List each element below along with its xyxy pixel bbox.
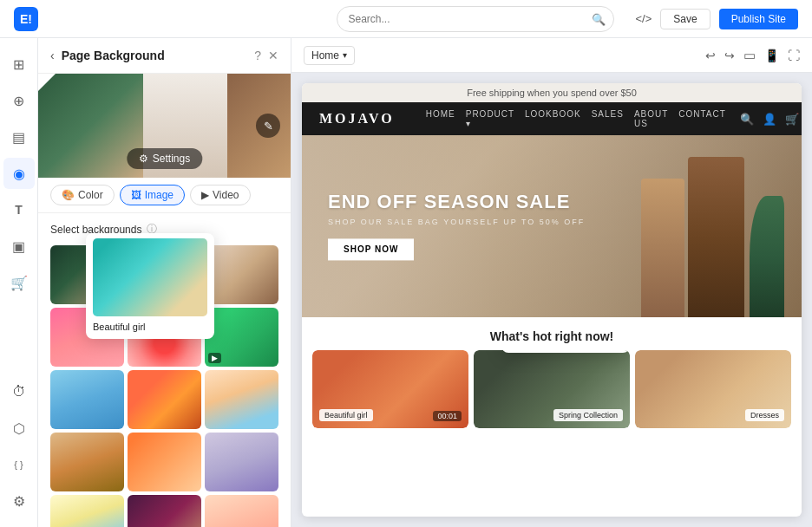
panel-header: ‹ Page Background ? ✕	[38, 38, 291, 74]
sidebar-item-dev[interactable]: { }	[3, 449, 35, 480]
bg-thumb-6[interactable]: ▶	[205, 308, 278, 367]
product-duration-1: 00:01	[433, 411, 462, 421]
page-selector[interactable]: Home ▾	[304, 46, 355, 65]
site-section-title: What's hot right now!	[302, 317, 802, 350]
shop-now-button[interactable]: SHOP NOW	[328, 239, 414, 261]
panel: ‹ Page Background ? ✕ ⚙ Settings ✎ 🎨	[38, 38, 291, 527]
bg-thumb-15[interactable]: ▶	[205, 495, 278, 527]
bg-thumb-12[interactable]	[205, 433, 278, 491]
site-nav-icons: 🔍 👤 🛒	[740, 113, 799, 126]
nav-contact[interactable]: CONTACT	[678, 109, 726, 128]
product-card-1[interactable]: Beautiful girl 00:01	[312, 350, 468, 428]
hero-figure-1	[641, 179, 684, 317]
top-bar-actions: </> Save Publish Site	[635, 9, 798, 29]
nav-cart-icon[interactable]: 🛒	[785, 113, 799, 126]
nav-account-icon[interactable]: 👤	[763, 113, 776, 126]
desktop-view-button[interactable]: ▭	[743, 48, 756, 63]
image-icon: 🖼	[131, 189, 141, 201]
nav-sales[interactable]: SALES	[592, 109, 624, 128]
tab-color[interactable]: 🎨 Color	[50, 185, 115, 205]
search-container: 🔍	[337, 6, 614, 32]
tab-image-label: Image	[145, 189, 174, 201]
preview-area: ⚙ Settings ✎	[38, 74, 291, 178]
hero-title: END OFF SEASON SALE	[328, 192, 585, 212]
code-icon[interactable]: </>	[635, 12, 652, 25]
site-banner: Free shipping when you spend over $50	[302, 83, 802, 102]
bg-thumb-10[interactable]	[50, 433, 124, 491]
sidebar-item-media[interactable]: ▣	[3, 231, 35, 262]
app-logo: E!	[14, 7, 38, 31]
sidebar-item-pages[interactable]: ⊞	[3, 49, 35, 80]
bg-thumb-13[interactable]	[50, 495, 124, 527]
bg-tooltip: Beautiful girl	[86, 233, 214, 339]
hero-plant	[750, 196, 784, 317]
top-bar: E! 🔍 </> Save Publish Site	[0, 0, 812, 38]
undo-button[interactable]: ↩	[705, 49, 716, 62]
sidebar-item-history[interactable]: ⏱	[3, 376, 35, 407]
nav-lookbook[interactable]: LOOKBOOK	[525, 109, 581, 128]
canvas-toolbar: Home ▾ ↩ ↪ ▭ 📱 ⛶	[291, 38, 812, 73]
site-hero: END OFF SEASON SALE SHOP OUR SALE BAG YO…	[302, 135, 802, 317]
nav-about[interactable]: ABOUT US	[634, 109, 668, 128]
search-icon: 🔍	[592, 12, 606, 25]
hero-figures	[641, 135, 784, 317]
panel-close-icon[interactable]: ✕	[268, 49, 278, 62]
tab-color-label: Color	[78, 189, 103, 201]
site-nav-links: HOME PRODUCT ▾ LOOKBOOK SALES ABOUT US C…	[426, 109, 726, 128]
product-label-2: Spring Collection	[553, 409, 623, 421]
search-input[interactable]	[337, 6, 614, 32]
settings-label: Settings	[153, 153, 190, 165]
canvas-tools: ↩ ↪ ▭ 📱 ⛶	[705, 48, 800, 63]
sidebar-item-text[interactable]: T	[3, 194, 35, 225]
sidebar-item-app-market[interactable]: ⬡	[3, 413, 35, 444]
bg-thumb-14[interactable]	[128, 495, 201, 527]
sidebar-item-settings[interactable]: ⚙	[3, 485, 35, 517]
settings-button[interactable]: ⚙ Settings	[127, 148, 202, 169]
bg-grid-wrapper: Beautiful girl ▶ ▶	[38, 242, 291, 527]
site-logo: MOJAVO	[319, 111, 395, 127]
redo-button[interactable]: ↪	[724, 49, 735, 62]
page-name: Home	[311, 49, 339, 62]
bg-thumb-11[interactable]	[128, 433, 201, 491]
sidebar-item-sections[interactable]: ▤	[3, 121, 35, 153]
sidebar-item-store[interactable]: 🛒	[3, 267, 35, 298]
main-layout: ⊞ ⊕ ▤ ◉ T ▣ 🛒 ⏱ ⬡ { } ⚙ ‹ Page Backgroun…	[0, 38, 812, 527]
site-nav: MOJAVO HOME PRODUCT ▾ LOOKBOOK SALES ABO…	[302, 102, 802, 135]
bg-thumb-9[interactable]	[205, 370, 278, 429]
canvas-tooltip: Spring Collection	[501, 350, 630, 353]
product-card-3[interactable]: Dresses	[635, 350, 791, 428]
expand-button[interactable]: ⛶	[788, 49, 800, 62]
sidebar-item-elements[interactable]: ⊕	[3, 85, 35, 116]
tooltip-label: Beautiful girl	[93, 322, 207, 332]
panel-title: Page Background	[62, 49, 248, 62]
website-preview: Free shipping when you spend over $50 MO…	[302, 83, 802, 517]
nav-home[interactable]: HOME	[426, 109, 455, 128]
hero-content: END OFF SEASON SALE SHOP OUR SALE BAG YO…	[328, 192, 585, 260]
sidebar-item-backgrounds[interactable]: ◉	[3, 158, 35, 189]
hero-subtitle: SHOP OUR SALE BAG YOURSELF UP TO 50% OFF	[328, 218, 585, 227]
video-badge-6: ▶	[208, 353, 221, 363]
bg-thumb-7[interactable]	[50, 370, 124, 429]
panel-info-icon[interactable]: ?	[254, 49, 261, 62]
tab-image[interactable]: 🖼 Image	[120, 185, 185, 205]
edit-icon-button[interactable]: ✎	[256, 114, 280, 138]
tab-bar: 🎨 Color 🖼 Image ▶ Video	[38, 178, 291, 213]
bg-thumb-8[interactable]	[128, 370, 201, 429]
product-card-2[interactable]: Spring Collection Spring Collection	[474, 350, 630, 428]
tablet-view-button[interactable]: 📱	[764, 49, 779, 62]
publish-button[interactable]: Publish Site	[719, 9, 798, 29]
tooltip-thumbnail	[93, 238, 207, 316]
product-label-1: Beautiful girl	[319, 409, 373, 421]
bg-thumb-3[interactable]	[205, 245, 278, 304]
nav-search-icon[interactable]: 🔍	[740, 113, 754, 126]
icon-sidebar: ⊞ ⊕ ▤ ◉ T ▣ 🛒 ⏱ ⬡ { } ⚙	[0, 38, 38, 527]
color-icon: 🎨	[62, 189, 75, 201]
canvas-area: Home ▾ ↩ ↪ ▭ 📱 ⛶ Free shipping when you …	[291, 38, 812, 527]
hero-figure-2	[688, 157, 744, 317]
panel-back-button[interactable]: ‹	[50, 49, 55, 62]
nav-product[interactable]: PRODUCT ▾	[466, 109, 514, 128]
save-button[interactable]: Save	[660, 9, 710, 29]
settings-icon: ⚙	[139, 153, 148, 165]
tab-video[interactable]: ▶ Video	[190, 185, 250, 205]
product-label-3: Dresses	[745, 409, 784, 421]
